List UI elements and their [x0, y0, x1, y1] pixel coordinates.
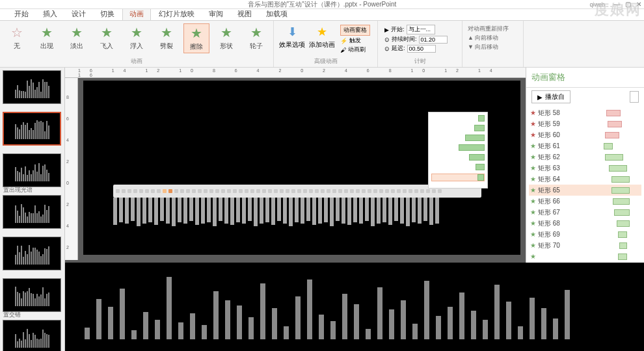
- strip-dot: [163, 189, 167, 193]
- anim-item-矩形 58[interactable]: ★矩形 58: [529, 107, 641, 118]
- anim-effect-无[interactable]: ☆无: [4, 23, 30, 53]
- tab-开始[interactable]: 开始: [8, 8, 35, 20]
- timing-bar[interactable]: [611, 187, 630, 194]
- group-label-timing: 计时: [382, 57, 458, 66]
- anim-item-矩形 67[interactable]: ★矩形 67: [529, 207, 641, 218]
- slide-thumb-4[interactable]: [3, 237, 61, 270]
- spectrum-bar: [365, 198, 369, 221]
- spectrum-bar: [388, 198, 392, 225]
- star-icon: ★: [530, 209, 536, 216]
- tab-切换[interactable]: 切换: [94, 8, 121, 20]
- slide-canvas[interactable]: [83, 81, 520, 255]
- animation-pane-button[interactable]: 动画窗格: [340, 25, 370, 36]
- timing-bar[interactable]: [609, 165, 627, 172]
- slide-thumb-3[interactable]: [3, 195, 61, 229]
- anim-item-矩形 60[interactable]: ★矩形 60: [529, 129, 641, 140]
- anim-item-矩形 61[interactable]: ★矩形 61: [529, 140, 641, 151]
- timing-bar[interactable]: [605, 154, 623, 161]
- preview-bar: [295, 296, 301, 339]
- tab-设计[interactable]: 设计: [65, 8, 92, 20]
- anim-effect-擦除[interactable]: ★擦除: [183, 23, 209, 53]
- strip-dot: [327, 189, 330, 193]
- tab-加载项[interactable]: 加载项: [260, 8, 294, 20]
- star-icon: ★: [129, 25, 144, 40]
- delay-input[interactable]: 00.50: [407, 45, 436, 53]
- anim-item-矩形 70[interactable]: ★矩形 70: [529, 240, 641, 251]
- move-earlier-button[interactable]: ▲ 向前移动: [468, 34, 518, 42]
- strip-dot: [379, 189, 383, 193]
- maximize-icon[interactable]: ▢: [625, 1, 631, 8]
- play-from-button[interactable]: ▶ 播放自: [531, 90, 570, 103]
- tab-动画[interactable]: 动画: [122, 7, 151, 20]
- star-icon: ★: [530, 187, 536, 194]
- strip-dot: [432, 189, 436, 193]
- anim-effect-浮入[interactable]: ★浮入: [124, 23, 150, 53]
- strip-dot: [168, 189, 172, 193]
- minimize-icon[interactable]: —: [613, 1, 620, 8]
- anim-effect-劈裂[interactable]: ★劈裂: [154, 23, 180, 53]
- duration-input[interactable]: 01.20: [419, 36, 448, 44]
- slide-thumb-5[interactable]: 置交错: [3, 278, 61, 312]
- start-select[interactable]: 与上一...: [407, 25, 435, 34]
- timing-bar[interactable]: [618, 231, 627, 238]
- strip-dot: [344, 189, 348, 193]
- tab-审阅[interactable]: 审阅: [202, 8, 230, 20]
- strip-dot: [192, 189, 196, 193]
- animation-painter-button[interactable]: 🖌 动画刷: [340, 46, 370, 54]
- slide-thumb-2[interactable]: 置出现光谱: [3, 153, 61, 187]
- effect-options-button[interactable]: ⬇ 效果选项: [278, 23, 306, 55]
- anim-item-矩形 68[interactable]: ★矩形 68: [529, 218, 641, 229]
- preview-bar: [85, 328, 90, 339]
- timing-bar[interactable]: [605, 132, 619, 138]
- tab-视图[interactable]: 视图: [231, 8, 258, 20]
- tab-幻灯片放映[interactable]: 幻灯片放映: [152, 8, 201, 20]
- anim-item-矩形 63[interactable]: ★矩形 63: [529, 162, 641, 174]
- anim-effect-淡出[interactable]: ★淡出: [64, 23, 90, 53]
- vertical-ruler: 864202424: [65, 78, 78, 260]
- timing-bar[interactable]: [619, 242, 627, 249]
- anim-effect-飞入[interactable]: ★飞入: [94, 23, 120, 53]
- anim-effect-出现[interactable]: ★出现: [34, 23, 60, 53]
- timing-bar[interactable]: [618, 254, 627, 260]
- close-icon[interactable]: ✕: [636, 1, 641, 8]
- tab-插入[interactable]: 插入: [36, 8, 64, 20]
- slide-thumb-1[interactable]: [3, 112, 61, 146]
- anim-item-矩形 62[interactable]: ★矩形 62: [529, 151, 641, 162]
- preview-bar: [436, 316, 441, 339]
- strip-dot: [373, 189, 377, 193]
- preview-bar: [143, 312, 148, 339]
- timing-bar[interactable]: [606, 110, 621, 116]
- anim-item-矩形 59[interactable]: ★矩形 59: [529, 118, 641, 129]
- anim-item-矩形 66[interactable]: ★矩形 66: [529, 196, 641, 207]
- anim-effect-轮子[interactable]: ★轮子: [243, 23, 269, 53]
- anim-item-矩形 69[interactable]: ★矩形 69: [529, 229, 641, 240]
- anim-item-[interactable]: ★: [529, 251, 641, 262]
- slide-thumb-6[interactable]: [3, 320, 61, 351]
- anim-effect-形状[interactable]: ★形状: [213, 23, 239, 53]
- slide-thumbnails[interactable]: 置出现光谱置交错整光谱: [0, 68, 65, 351]
- strip-dot: [262, 189, 266, 193]
- preview-bar: [131, 330, 137, 339]
- spectrum-bar: [295, 198, 299, 222]
- add-animation-button[interactable]: ★ 添加动画: [308, 23, 336, 55]
- timing-bar[interactable]: [617, 220, 630, 227]
- preview-bar: [120, 289, 125, 339]
- preview-bar: [424, 281, 429, 339]
- pane-up-down[interactable]: [630, 91, 639, 103]
- preview-bar: [272, 308, 277, 339]
- slide-thumb-0[interactable]: [3, 70, 61, 104]
- reorder-title: 对动画重新排序: [468, 25, 518, 33]
- timing-bar[interactable]: [611, 176, 630, 183]
- strip-dot: [332, 189, 336, 193]
- spectrum-strip[interactable]: [113, 185, 481, 198]
- preview-bar: [565, 290, 570, 339]
- timing-bar[interactable]: [608, 121, 622, 127]
- timing-bar[interactable]: [604, 143, 613, 150]
- timing-bar[interactable]: [614, 209, 630, 216]
- move-later-button[interactable]: ▼ 向后移动: [468, 43, 518, 51]
- spectrum-bar: [394, 198, 398, 221]
- anim-item-矩形 65[interactable]: ★矩形 65: [529, 185, 641, 196]
- anim-item-矩形 64[interactable]: ★矩形 64: [529, 174, 641, 185]
- timing-bar[interactable]: [613, 198, 630, 205]
- trigger-button[interactable]: ⚡ 触发: [340, 36, 370, 45]
